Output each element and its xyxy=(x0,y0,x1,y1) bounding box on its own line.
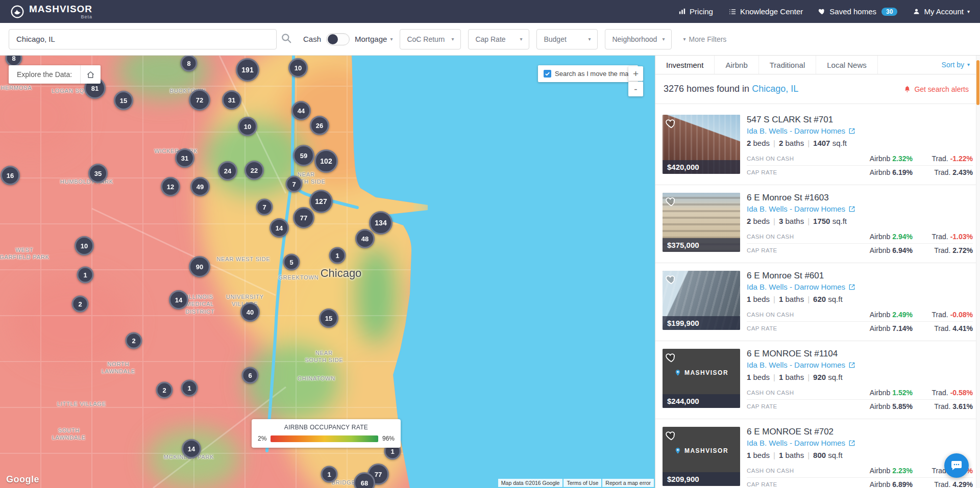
listing-thumbnail[interactable]: MASHVISOR $209,900 xyxy=(663,427,740,486)
map-cluster-marker[interactable]: 14 xyxy=(169,290,188,310)
favorite-heart-icon[interactable] xyxy=(666,430,677,441)
map-cluster-marker[interactable]: 191 xyxy=(236,58,259,82)
tab-traditional[interactable]: Traditional xyxy=(759,56,816,74)
search-as-move-checkbox[interactable] xyxy=(544,70,551,78)
mortgage-dropdown[interactable]: Mortgage ▾ xyxy=(355,35,393,43)
favorite-heart-icon[interactable] xyxy=(666,196,677,207)
map-cluster-marker[interactable]: 7 xyxy=(256,199,273,216)
map-cluster-marker[interactable]: 1 xyxy=(321,466,338,483)
terms-of-use-link[interactable]: Terms of Use xyxy=(564,479,601,487)
favorite-heart-icon[interactable] xyxy=(666,352,677,363)
map-cluster-marker[interactable]: 14 xyxy=(182,439,201,458)
nav-knowledge-center[interactable]: Knowledge Center xyxy=(728,7,803,16)
budget-dropdown[interactable]: Budget▾ xyxy=(536,29,598,49)
get-search-alerts-button[interactable]: Get search alerts xyxy=(903,85,972,93)
map-cluster-marker[interactable]: 26 xyxy=(310,116,329,135)
coc-return-dropdown[interactable]: CoC Return▾ xyxy=(400,29,461,49)
listing-neighborhood-link[interactable]: Ida B. Wells - Darrow Homes xyxy=(747,361,973,369)
listing-thumbnail[interactable]: MASHVISOR $199,900 xyxy=(663,271,740,330)
map-cluster-marker[interactable]: 10 xyxy=(75,236,94,255)
map-cluster-marker[interactable]: 44 xyxy=(291,101,311,120)
home-button[interactable] xyxy=(80,65,101,84)
search-button[interactable] xyxy=(279,31,294,47)
map-cluster-marker[interactable]: 1 xyxy=(329,247,346,264)
listing-title[interactable]: 547 S CLARK St #701 xyxy=(747,115,973,125)
cash-mortgage-toggle[interactable] xyxy=(326,33,350,45)
location-search-input[interactable] xyxy=(9,29,277,49)
zoom-in-button[interactable]: + xyxy=(628,66,643,81)
listing-card[interactable]: MASHVISOR $209,900 6 E MONROE St #702 xyxy=(655,419,980,488)
map-cluster-marker[interactable]: 77 xyxy=(293,207,314,228)
map-cluster-marker[interactable]: 10 xyxy=(238,117,257,136)
results-city-link[interactable]: Chicago, IL xyxy=(752,84,798,94)
map-cluster-marker[interactable]: 72 xyxy=(189,89,210,111)
map-cluster-marker[interactable]: 1 xyxy=(181,380,198,397)
map-cluster-marker[interactable]: 35 xyxy=(88,164,108,183)
search-as-move-control[interactable]: Search as I move the map xyxy=(538,65,638,82)
listing-title[interactable]: 6 E MONROE St #702 xyxy=(747,427,973,437)
map-cluster-marker[interactable]: 6 xyxy=(242,367,259,384)
listing-title[interactable]: 6 E Monroe St #601 xyxy=(747,271,973,281)
listing-card[interactable]: MASHVISOR $375,000 6 E Monroe St #1603 xyxy=(655,185,980,263)
brand-logo[interactable]: MASHVISOR Beta xyxy=(10,4,92,19)
map-cluster-marker[interactable]: 7 xyxy=(286,176,303,193)
map-cluster-marker[interactable]: 8 xyxy=(181,56,198,72)
favorite-heart-icon[interactable] xyxy=(666,274,677,285)
map-cluster-marker[interactable]: 48 xyxy=(355,229,375,248)
listing-neighborhood-link[interactable]: Ida B. Wells - Darrow Homes xyxy=(747,126,973,135)
favorite-heart-icon[interactable] xyxy=(666,118,677,129)
map-cluster-marker[interactable]: 22 xyxy=(244,161,264,180)
map-region[interactable]: HERMOSALOGAN SQUAREBUCKTOWNWICKER PARKHU… xyxy=(0,56,655,488)
map-cluster-marker[interactable]: 1 xyxy=(77,267,94,284)
map-cluster-marker[interactable]: 15 xyxy=(319,309,338,328)
map-cluster-marker[interactable]: 40 xyxy=(240,302,260,322)
map-cluster-marker[interactable]: 2 xyxy=(126,332,142,349)
map-cluster-marker[interactable]: 10 xyxy=(288,58,308,78)
map-cluster-marker[interactable]: 49 xyxy=(190,177,210,196)
tab-local-news[interactable]: Local News xyxy=(816,56,878,74)
cluster-count: 81 xyxy=(91,85,99,92)
map-cluster-marker[interactable]: 15 xyxy=(114,91,133,110)
map-cluster-marker[interactable]: 31 xyxy=(222,90,241,110)
nav-knowledge-center-label: Knowledge Center xyxy=(740,7,803,16)
map-cluster-marker[interactable]: 2 xyxy=(156,382,173,399)
listing-neighborhood-link[interactable]: Ida B. Wells - Darrow Homes xyxy=(747,282,973,291)
listing-thumbnail[interactable]: MASHVISOR $244,000 xyxy=(663,349,740,408)
listing-neighborhood-link[interactable]: Ida B. Wells - Darrow Homes xyxy=(747,204,973,213)
listing-thumbnail[interactable]: MASHVISOR $420,000 xyxy=(663,115,740,174)
listing-card[interactable]: MASHVISOR $420,000 547 S CLARK St #701 xyxy=(655,107,980,185)
map-cluster-marker[interactable]: 31 xyxy=(175,148,194,168)
zoom-out-button[interactable]: - xyxy=(628,82,643,96)
listing-thumbnail[interactable]: MASHVISOR $375,000 xyxy=(663,193,740,252)
map-cluster-marker[interactable]: 134 xyxy=(369,211,393,235)
sort-by-button[interactable]: Sort by ▾ xyxy=(942,56,980,74)
scrollbar-thumb[interactable] xyxy=(976,60,979,105)
cash-on-cash-row: CASH ON CASH Airbnb1.52% Trad.-0.58% xyxy=(747,386,973,399)
map-cluster-marker[interactable]: 12 xyxy=(161,177,180,196)
listing-title[interactable]: 6 E Monroe St #1603 xyxy=(747,193,973,203)
listing-title[interactable]: 6 E MONROE St #1104 xyxy=(747,349,973,359)
chat-button[interactable] xyxy=(944,453,969,478)
listing-card[interactable]: MASHVISOR $244,000 6 E MONROE St #1104 xyxy=(655,341,980,419)
listing-card[interactable]: MASHVISOR $199,900 6 E Monroe St #601 xyxy=(655,263,980,341)
map-cluster-marker[interactable]: 16 xyxy=(1,166,20,185)
map-cluster-marker[interactable]: 102 xyxy=(314,149,338,173)
map-cluster-marker[interactable]: 59 xyxy=(293,145,314,166)
more-filters-button[interactable]: ▾ More Filters xyxy=(683,35,726,43)
panel-scrollbar[interactable] xyxy=(976,56,980,488)
nav-pricing[interactable]: Pricing xyxy=(678,7,713,16)
map-cluster-marker[interactable]: 24 xyxy=(218,161,237,181)
map-cluster-marker[interactable]: 5 xyxy=(283,254,300,271)
report-map-error-link[interactable]: Report a map error xyxy=(602,479,654,487)
nav-my-account[interactable]: My Account ▾ xyxy=(913,7,970,16)
tab-airbnb[interactable]: Airbnb xyxy=(715,56,758,74)
listing-neighborhood-link[interactable]: Ida B. Wells - Darrow Homes xyxy=(747,439,973,447)
cap-rate-dropdown[interactable]: Cap Rate▾ xyxy=(468,29,529,49)
neighborhood-dropdown[interactable]: Neighborhood▾ xyxy=(605,29,672,49)
map-cluster-marker[interactable]: 2 xyxy=(72,296,89,313)
map-cluster-marker[interactable]: 127 xyxy=(309,190,333,213)
map-cluster-marker[interactable]: 90 xyxy=(189,256,210,277)
nav-saved-homes[interactable]: Saved homes 30 xyxy=(818,7,897,16)
map-cluster-marker[interactable]: 14 xyxy=(270,218,289,238)
tab-investment[interactable]: Investment xyxy=(655,56,715,74)
